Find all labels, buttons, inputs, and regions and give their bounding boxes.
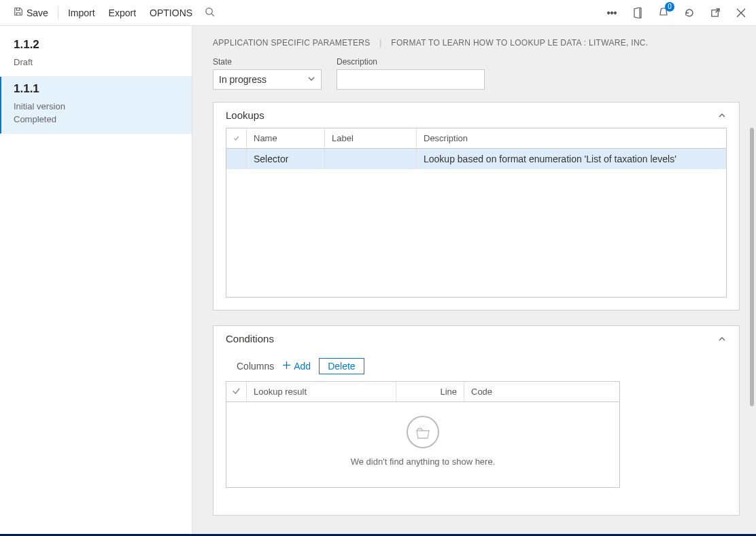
empty-folder-icon [407,416,439,448]
save-icon [14,7,23,18]
svg-point-14 [424,425,424,425]
save-label: Save [27,7,48,18]
conditions-title: Conditions [226,333,274,344]
state-group: State In progress [213,57,322,90]
import-label: Import [68,7,95,18]
form-row: State In progress Description [213,57,740,90]
scrollbar[interactable] [750,128,754,406]
options-button[interactable]: OPTIONS [143,0,199,25]
state-value: In progress [219,74,267,85]
conditions-header[interactable]: Conditions [213,326,739,351]
refresh-icon[interactable] [681,5,698,21]
export-label: Export [109,7,136,18]
version-desc: Initial version [14,100,178,113]
col-name[interactable]: Name [247,128,325,148]
col-code[interactable]: Code [464,382,614,401]
row-select[interactable] [226,149,247,169]
col-label[interactable]: Label [325,128,417,148]
lookups-header[interactable]: Lookups [213,103,739,128]
svg-point-10 [419,427,420,427]
chevron-up-icon [717,334,727,344]
state-dropdown[interactable]: In progress [213,69,322,90]
lookups-title: Lookups [226,109,264,121]
empty-message: We didn't find anything to show here. [226,457,619,467]
main-panel: APPLICATION SPECIFIC PARAMETERS | FORMAT… [192,26,756,536]
version-sidebar: 1.1.2 Draft 1.1.1 Initial version Comple… [0,26,192,536]
conditions-grid-header: Lookup result Line Code [226,382,619,402]
notification-badge: 0 [665,2,674,12]
row-label [325,149,417,169]
conditions-toolbar: Columns Add Delete [213,351,739,381]
version-status: Draft [14,56,178,69]
empty-state: We didn't find anything to show here. [226,402,619,487]
breadcrumb-part2: FORMAT TO LEARN HOW TO LOOKUP LE DATA : … [391,38,648,48]
conditions-grid: Lookup result Line Code We didn't find a… [226,381,620,488]
description-label: Description [337,57,485,67]
svg-rect-3 [610,11,614,15]
svg-point-12 [425,427,426,427]
description-input[interactable] [337,69,485,90]
office-icon[interactable] [630,5,646,21]
notifications-icon[interactable]: 0 [655,5,672,21]
version-status: Completed [14,113,178,126]
svg-point-11 [422,425,423,426]
toolbar-right: 0 [604,5,749,21]
plus-icon [282,361,291,372]
select-all-column[interactable] [226,382,247,401]
svg-rect-2 [607,11,611,15]
content-area: 1.1.2 Draft 1.1.1 Initial version Comple… [0,26,756,536]
popout-icon[interactable] [707,5,723,21]
lookups-panel: Lookups Name Label Description [213,102,740,310]
save-button[interactable]: Save [7,0,55,25]
description-group: Description [337,57,485,90]
svg-point-0 [206,7,212,14]
add-button[interactable]: Add [282,361,311,372]
version-item[interactable]: 1.1.2 Draft [0,33,192,77]
col-lookup-result[interactable]: Lookup result [247,382,396,401]
lookups-row[interactable]: Selector Lookup based on format enumerat… [226,149,726,169]
select-all-column[interactable] [226,128,247,148]
chevron-down-icon [307,74,315,85]
breadcrumb-part1: APPLICATION SPECIFIC PARAMETERS [213,38,371,48]
columns-button[interactable]: Columns [237,361,274,372]
search-button[interactable] [199,0,220,25]
breadcrumb: APPLICATION SPECIFIC PARAMETERS | FORMAT… [213,38,740,48]
row-description: Lookup based on format enumeration 'List… [417,149,726,169]
delete-button[interactable]: Delete [319,358,364,374]
version-title: 1.1.1 [14,82,178,96]
close-icon[interactable] [733,5,749,21]
col-line[interactable]: Line [396,382,464,401]
add-label: Add [294,361,311,372]
lookups-grid: Name Label Description Selector Lookup b… [226,128,727,298]
chevron-up-icon [717,111,727,120]
row-name: Selector [247,149,325,169]
export-button[interactable]: Export [102,0,143,25]
col-description[interactable]: Description [417,128,726,148]
conditions-panel: Conditions Columns Add Delete [213,325,740,516]
separator [58,6,58,20]
state-label: State [213,57,322,67]
version-item-active[interactable]: 1.1.1 Initial version Completed [0,77,192,134]
apps-icon[interactable] [604,5,620,21]
top-toolbar: Save Import Export OPTIONS 0 [0,0,756,26]
import-button[interactable]: Import [61,0,102,25]
version-title: 1.1.2 [14,38,178,52]
svg-line-1 [211,14,214,16]
svg-point-13 [421,425,422,425]
options-label: OPTIONS [150,7,192,18]
svg-rect-4 [613,11,617,15]
breadcrumb-separator: | [379,38,381,48]
lookups-grid-header: Name Label Description [226,128,726,149]
search-icon [205,7,215,19]
